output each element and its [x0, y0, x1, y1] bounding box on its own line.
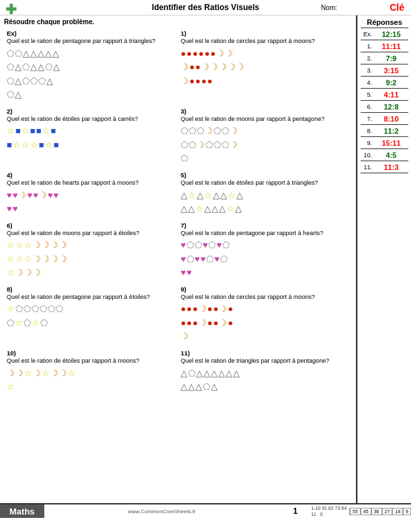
- problem-5: 5) Quel est le ration de étoiles par rap…: [178, 170, 352, 218]
- main-content: Résoudre chaque problème. Ex) Quel est l…: [0, 15, 411, 503]
- answer-val-5: 4:11: [374, 91, 408, 99]
- answer-label-10: 10.: [361, 152, 374, 159]
- problem-ex: Ex) Quel est le ration de pentagone par …: [4, 28, 178, 103]
- problem-4: 4) Quel est le ration de hearts par rapp…: [4, 170, 178, 218]
- problem-label-10: 10): [7, 349, 175, 357]
- score-9: 9: [403, 508, 411, 515]
- answer-label-5: 5.: [361, 91, 374, 98]
- score-55: 55: [350, 508, 361, 515]
- problem-11: 11) Quel est le ration de triangles par …: [178, 348, 352, 396]
- footer-page: 1: [279, 506, 311, 516]
- shapes-6: ☆☆☆ ☽☽ ☽☽ ☆☆☆ ☽☽ ☽☽ ☆ ☽☽☽: [7, 238, 175, 279]
- shapes-2: ☆■ ☆■■ ☆■ ■☆ ☆☆ ■☆■: [7, 124, 175, 151]
- score-45: 45: [361, 508, 371, 515]
- problem-question-2: Quel est le ration de étoiles par rappor…: [7, 116, 175, 124]
- shapes-4: ♥♥ ☽ ♥♥ ☽ ♥♥ ♥♥: [7, 189, 175, 216]
- answer-val-2: 7:9: [374, 54, 408, 62]
- answer-label-6: 6.: [361, 103, 374, 110]
- problem-question-9: Quel est le ration de cercles par rappor…: [181, 294, 349, 302]
- problem-question-8: Quel est le ration de pentagone par rapp…: [7, 294, 175, 302]
- footer-url: www.CommonCoreSheets.fr: [44, 508, 280, 515]
- answer-row-6: 6. 12:8: [361, 103, 408, 113]
- problem-question-7: Quel est le ration de pentagone par rapp…: [181, 230, 349, 238]
- problem-label-7: 7): [181, 222, 349, 229]
- instruction: Résoudre chaque problème.: [4, 18, 352, 26]
- answer-label-11: 11.: [361, 164, 374, 171]
- problem-3: 3) Quel est le ration de moons par rappo…: [178, 106, 352, 167]
- problem-question-ex: Quel est le ration de pentagone par rapp…: [7, 38, 175, 46]
- score-36: 36: [371, 508, 382, 515]
- problem-7: 7) Quel est le ration de pentagone par r…: [178, 220, 352, 281]
- shapes-10: ☽☽ ☆☽ ☆☽ ☽☆ ☆: [7, 367, 175, 394]
- shapes-1: ●●● ●●● ☽☽ ☽●● ☽☽☽ ☽☽ ☽● ●●●: [181, 47, 349, 88]
- problem-2: 2) Quel est le ration de étoiles par rap…: [4, 106, 178, 167]
- header: ✚ Identifier des Ratios Visuels Nom: Clé: [0, 0, 411, 15]
- problem-6: 6) Quel est le ration de moons par rappo…: [4, 220, 178, 281]
- problem-label-9: 9): [181, 285, 349, 293]
- answer-label-3: 3.: [361, 67, 374, 74]
- problem-1: 1) Quel est le ration de cercles par rap…: [178, 28, 352, 103]
- problem-question-6: Quel est le ration de moons par rapport …: [7, 230, 175, 238]
- answer-val-11: 11:3: [374, 163, 408, 171]
- answer-label-1: 1.: [361, 43, 374, 50]
- problems-area: Résoudre chaque problème. Ex) Quel est l…: [0, 15, 357, 503]
- footer-stats: 1-10 91 82 73 64 11 0: [311, 505, 349, 517]
- score-cells: 55 45 36 27 18 9: [349, 508, 411, 515]
- problem-label-ex: Ex): [7, 30, 175, 37]
- shapes-5: △☆ △☆ △△ ☆△ △△ ☆△ △△ ☆△: [181, 189, 349, 216]
- footer: Maths www.CommonCoreSheets.fr 1 1-10 91 …: [0, 503, 411, 518]
- nom-label: Nom:: [321, 4, 337, 11]
- problem-label-1: 1): [181, 30, 349, 37]
- problem-label-3: 3): [181, 107, 349, 115]
- problem-10: 10) Quel est le ration de étoiles par ra…: [4, 348, 178, 396]
- answer-val-4: 9:2: [374, 79, 408, 87]
- answer-val-1: 11:11: [374, 42, 408, 50]
- answer-row-3: 3. 3:15: [361, 66, 408, 77]
- answer-val-10: 4:5: [374, 151, 408, 159]
- answer-label-ex: Ex.: [361, 31, 374, 38]
- shapes-8: ☆⬠⬠ ⬠⬠ ⬠⬠ ⬠☆ ⬠☆⬠: [7, 302, 175, 329]
- answer-val-3: 3:15: [374, 66, 408, 75]
- problem-question-11: Quel est le ration de triangles par rapp…: [181, 357, 349, 365]
- problems-grid: Ex) Quel est le ration de pentagone par …: [4, 28, 352, 398]
- footer-subject-label: Maths: [9, 506, 35, 517]
- answer-row-9: 9. 15:11: [361, 139, 408, 149]
- problem-label-5: 5): [181, 171, 349, 179]
- answer-row-2: 2. 7:9: [361, 54, 408, 64]
- problem-label-2: 2): [7, 107, 175, 115]
- answer-val-7: 8:10: [374, 115, 408, 123]
- answers-title: Réponses: [361, 18, 408, 28]
- shapes-3: ⬠⬠⬠ ☽⬠⬠ ☽ ⬠⬠ ☽⬠⬠ ⬠☽ ⬠: [181, 124, 349, 165]
- answer-label-7: 7.: [361, 116, 374, 122]
- answer-label-4: 4.: [361, 79, 374, 86]
- answer-val-ex: 12:15: [374, 30, 408, 38]
- answer-row-4: 4. 9:2: [361, 79, 408, 89]
- shapes-9: ●●● ☽●● ☽● ●●● ☽●● ☽● ☽: [181, 302, 349, 343]
- footer-stats-row1: 1-10 91 82 73 64: [311, 505, 347, 511]
- answer-label-9: 9.: [361, 140, 374, 146]
- problem-label-11: 11): [181, 349, 349, 357]
- footer-stats-row2: 11 0: [311, 511, 347, 517]
- problem-question-10: Quel est le ration de étoiles par rappor…: [7, 357, 175, 365]
- shapes-7: ♥⬠⬠ ♥⬠ ♥⬠ ♥⬠ ♥♥ ⬠♥⬠ ♥♥: [181, 238, 349, 279]
- problem-9: 9) Quel est le ration de cercles par rap…: [178, 284, 352, 345]
- answer-row-10: 10. 4:5: [361, 151, 408, 161]
- page-title: Identifier des Ratios Visuels: [152, 3, 259, 12]
- cle-label: Clé: [390, 2, 404, 13]
- answer-row-ex: Ex. 12:15: [361, 30, 408, 40]
- problem-question-5: Quel est le ration de étoiles par rappor…: [181, 179, 349, 187]
- problem-question-4: Quel est le ration de hearts par rapport…: [7, 179, 175, 187]
- answer-label-8: 8.: [361, 128, 374, 134]
- answer-row-8: 8. 11:2: [361, 127, 408, 137]
- plus-icon: ✚: [5, 1, 17, 17]
- answer-row-11: 11. 11:3: [361, 163, 408, 173]
- shapes-ex: ⬠⬠ △△△△△ ⬠△ ⬠△△ ⬠△ ⬠△ ⬠⬠⬠ △ ⬠△: [7, 47, 175, 101]
- problem-question-1: Quel est le ration de cercles par rappor…: [181, 38, 349, 46]
- answer-val-9: 15:11: [374, 139, 408, 147]
- problem-label-6: 6): [7, 222, 175, 229]
- problem-label-4: 4): [7, 171, 175, 179]
- problem-question-3: Quel est le ration de moons par rapport …: [181, 116, 349, 124]
- problem-8: 8) Quel est le ration de pentagone par r…: [4, 284, 178, 345]
- footer-subject: Maths: [0, 504, 44, 518]
- problem-label-8: 8): [7, 285, 175, 293]
